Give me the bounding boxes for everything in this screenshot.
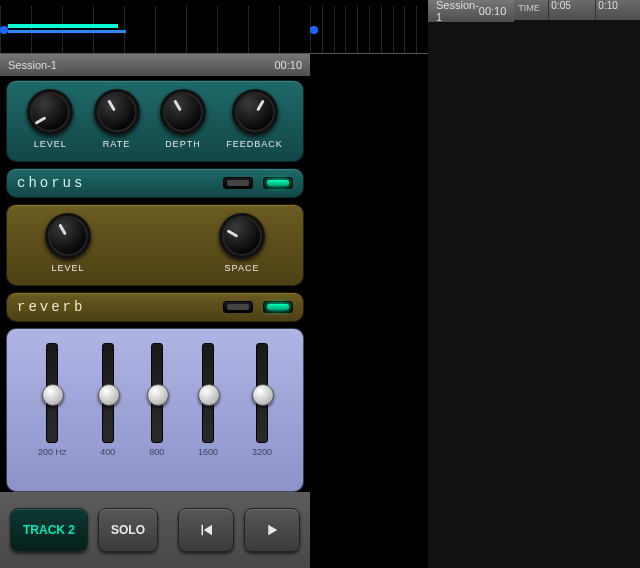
eq-slider-1600hz[interactable]: [202, 343, 214, 443]
solo-button[interactable]: SOLO: [98, 508, 158, 552]
eq-band-label: 3200: [252, 447, 272, 457]
chorus-rate-knob[interactable]: [94, 89, 140, 135]
eq-slider-800hz[interactable]: [151, 343, 163, 443]
session-name: Session-1: [436, 0, 479, 23]
eq-slider-400hz[interactable]: [102, 343, 114, 443]
knob-label: RATE: [103, 139, 130, 149]
mini-timeline-right[interactable]: [310, 0, 428, 54]
knob-label: LEVEL: [34, 139, 67, 149]
chorus-title: chorus: [17, 175, 85, 191]
knob-label: SPACE: [225, 263, 260, 273]
time-ruler[interactable]: TIME 0:05 0:10 0:15 0:20 0:25: [514, 0, 640, 20]
eq-band-label: 400: [100, 447, 115, 457]
eq-slider-200hz[interactable]: [46, 343, 58, 443]
solo-label: SOLO: [111, 523, 145, 537]
reverb-knob-panel: LEVEL SPACE: [6, 204, 304, 286]
timeline-pane: [310, 0, 428, 568]
track-label: TRACK 2: [23, 523, 75, 537]
eq-band-label: 800: [149, 447, 164, 457]
eq-band-label: 1600: [198, 447, 218, 457]
knob-label: FEEDBACK: [226, 139, 283, 149]
rewind-button[interactable]: [178, 508, 234, 552]
session-bar-right: Session-1 00:10: [428, 0, 514, 22]
track-select-button[interactable]: TRACK 2: [10, 508, 88, 552]
reverb-enable-toggle[interactable]: [263, 301, 293, 313]
reverb-header: reverb: [6, 292, 304, 322]
reverb-space-knob[interactable]: [219, 213, 265, 259]
time-ruler-label: TIME: [518, 3, 540, 13]
eq-band-label: 200 Hz: [38, 447, 67, 457]
session-name: Session-1: [8, 59, 57, 71]
chorus-feedback-knob[interactable]: [232, 89, 278, 135]
chorus-knob-panel: LEVEL RATE DEPTH FEEDBACK: [6, 80, 304, 162]
transport-bar-left: TRACK 2 SOLO: [0, 492, 310, 568]
eq-panel: 200 Hz 400 800 1600 3200: [6, 328, 304, 492]
effects-stack: LEVEL RATE DEPTH FEEDBACK chorus LEVEL S…: [0, 76, 310, 492]
session-time: 00:10: [274, 59, 302, 71]
ruler-tick: 0:10: [595, 0, 640, 20]
chorus-header: chorus: [6, 168, 304, 198]
skip-back-icon: [197, 521, 215, 539]
chorus-level-knob[interactable]: [27, 89, 73, 135]
track-blue-clip: [8, 30, 126, 33]
knob-label: LEVEL: [51, 263, 84, 273]
effects-pane: Session-1 00:10 LEVEL RATE DEPTH FEEDBAC…: [0, 0, 310, 568]
chorus-enable-toggle[interactable]: [263, 177, 293, 189]
play-button[interactable]: [244, 508, 300, 552]
mini-timeline[interactable]: [0, 0, 310, 54]
reverb-bypass-toggle[interactable]: [223, 301, 253, 313]
knob-label: DEPTH: [165, 139, 201, 149]
reverb-level-knob[interactable]: [45, 213, 91, 259]
chorus-depth-knob[interactable]: [160, 89, 206, 135]
playhead-dot[interactable]: [0, 26, 8, 34]
playhead-dot[interactable]: [310, 26, 318, 34]
track-cyan-clip: [8, 24, 118, 28]
session-bar: Session-1 00:10: [0, 54, 310, 76]
ruler-tick: 0:05: [548, 0, 595, 20]
session-time: 00:10: [479, 5, 507, 17]
play-icon: [263, 521, 281, 539]
eq-slider-3200hz[interactable]: [256, 343, 268, 443]
reverb-title: reverb: [17, 299, 85, 315]
chorus-bypass-toggle[interactable]: [223, 177, 253, 189]
